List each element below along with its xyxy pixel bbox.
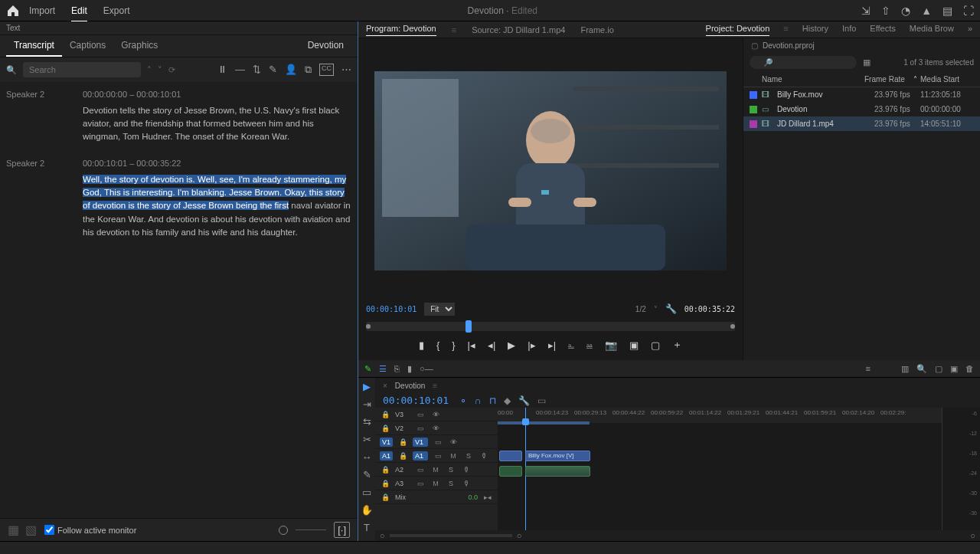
- mark-out-bracket[interactable]: }: [452, 339, 455, 351]
- linked-sel-icon[interactable]: ∩: [475, 395, 482, 406]
- tl-zoom-in[interactable]: ○: [517, 531, 522, 540]
- type-tool-icon[interactable]: T: [364, 522, 370, 533]
- razor-tool-icon[interactable]: ✂: [363, 434, 371, 445]
- slip-tool-icon[interactable]: ↔: [362, 451, 372, 463]
- info-tab[interactable]: Info: [842, 24, 856, 36]
- settings-icon[interactable]: 🔧: [518, 395, 530, 406]
- bin-view-icon[interactable]: ▥: [901, 364, 909, 374]
- go-out-icon[interactable]: ▸|: [548, 339, 556, 351]
- selection-tool-icon[interactable]: ▶: [363, 381, 371, 392]
- clip-video[interactable]: Billy Fox.mov [V]: [525, 451, 590, 461]
- project-search[interactable]: [750, 56, 857, 69]
- timeline-close-icon[interactable]: ×: [383, 382, 387, 390]
- merge-icon[interactable]: ⧉: [305, 64, 312, 76]
- program-scrubber[interactable]: [366, 322, 735, 331]
- chat-icon[interactable]: ▤: [942, 5, 952, 17]
- timeline-canvas[interactable]: 00:00 00:00:14:23 00:00:29:13 00:00:44:2…: [498, 408, 942, 530]
- ripple-tool-icon[interactable]: ⇆: [363, 416, 371, 428]
- add-marker-icon[interactable]: ◆: [504, 395, 511, 406]
- extract-icon[interactable]: ⎂: [586, 339, 593, 351]
- filter-icon[interactable]: —: [235, 64, 245, 76]
- col-framerate[interactable]: Frame Rate: [864, 75, 910, 84]
- cc-toggle-icon[interactable]: ▭: [537, 395, 546, 406]
- pen-tool-icon[interactable]: ✎: [364, 364, 371, 374]
- zoom-slider[interactable]: [279, 526, 288, 535]
- segment-timecode[interactable]: 00:00:10:01 – 00:00:35:22: [83, 157, 351, 170]
- follow-monitor-checkbox[interactable]: Follow active monitor: [44, 525, 136, 535]
- quick-export-icon[interactable]: ⇲: [861, 5, 871, 17]
- clip-audio[interactable]: [525, 466, 590, 477]
- cc-icon[interactable]: CC: [319, 64, 334, 76]
- view-toggle-2[interactable]: ▧: [25, 523, 37, 537]
- project-row[interactable]: 🎞 JD Dillard 1.mp4 23.976 fps 14:05:51:1…: [743, 116, 980, 131]
- clip-audio[interactable]: [499, 466, 522, 477]
- segment-text[interactable]: Devotion tells the story of Jesse Brown,…: [83, 106, 339, 142]
- step-back-icon[interactable]: ◂|: [488, 339, 495, 351]
- more-icon[interactable]: ⋯: [341, 64, 351, 76]
- track-select-tool-icon[interactable]: ⇥: [363, 398, 371, 410]
- program-tc-in[interactable]: 00:00:10:01: [366, 305, 416, 313]
- effects-tab[interactable]: Effects: [870, 24, 895, 36]
- expand-icon[interactable]: [·]: [334, 522, 350, 538]
- col-name[interactable]: Name: [762, 75, 864, 84]
- search-refresh[interactable]: ⟳: [168, 65, 175, 75]
- speaker-label[interactable]: Speaker 2: [6, 88, 83, 143]
- search-icon[interactable]: 🔍: [6, 65, 17, 75]
- tl-v-zoom[interactable]: ○: [970, 531, 975, 540]
- share-icon[interactable]: ⇧: [881, 5, 890, 17]
- export-frame-icon[interactable]: 📷: [605, 339, 617, 351]
- search-prev[interactable]: ˄: [147, 65, 152, 75]
- go-in-icon[interactable]: |◂: [468, 339, 475, 351]
- rect-tool-icon[interactable]: ▭: [362, 487, 371, 498]
- segment-text[interactable]: Well, the story of devotion is. Well, se…: [83, 175, 351, 237]
- hand-tool-icon[interactable]: ✋: [361, 504, 373, 516]
- snap-icon[interactable]: ⚬: [459, 395, 467, 406]
- mark-in-icon[interactable]: ▮: [419, 339, 424, 351]
- tab-graphics[interactable]: Graphics: [113, 35, 165, 57]
- edit-icon[interactable]: ✎: [269, 64, 277, 76]
- transcript-sequence[interactable]: Devotion: [300, 35, 351, 57]
- pause-dication-icon[interactable]: ⏸: [217, 64, 227, 76]
- project-tab[interactable]: Project: Devotion: [706, 24, 770, 36]
- wrap-icon[interactable]: ○—: [420, 364, 433, 373]
- search-bin-icon[interactable]: 🔍: [916, 364, 927, 374]
- tab-captions[interactable]: Captions: [62, 35, 113, 57]
- fit-select[interactable]: Fit: [424, 303, 455, 316]
- project-row[interactable]: 🎞 Billy Fox.mov 23.976 fps 11:23:05:18: [743, 87, 980, 102]
- mode-export[interactable]: Export: [103, 5, 130, 16]
- workspace-icon[interactable]: ▲: [921, 5, 932, 17]
- program-tc-out[interactable]: 00:00:35:22: [684, 305, 735, 313]
- progress-icon[interactable]: ◔: [901, 5, 910, 17]
- home-icon[interactable]: [6, 4, 20, 18]
- view-toggle-1[interactable]: ▦: [8, 523, 19, 537]
- segment-timecode[interactable]: 00:00:00:00 – 00:00:10:01: [83, 88, 351, 101]
- marker-span-icon[interactable]: ⊓: [489, 395, 496, 406]
- fullscreen-icon[interactable]: ⛶: [963, 5, 974, 17]
- new-bin-icon[interactable]: ▣: [950, 364, 958, 374]
- col-mediastart[interactable]: Media Start: [920, 75, 974, 84]
- settings-list-icon[interactable]: ≡: [866, 364, 871, 374]
- mode-edit[interactable]: Edit: [71, 5, 87, 22]
- program-monitor[interactable]: [366, 43, 735, 299]
- timeline-timecode[interactable]: 00:00:10:01: [383, 395, 449, 406]
- list-icon[interactable]: ☰: [379, 364, 387, 374]
- tab-transcript[interactable]: Transcript: [6, 35, 62, 57]
- project-row[interactable]: ▭ Devotion 23.976 fps 00:00:00:00: [743, 102, 980, 116]
- program-tab[interactable]: Program: Devotion: [366, 24, 436, 36]
- marker-icon[interactable]: ▮: [407, 364, 412, 374]
- source-tab[interactable]: Source: JD Dillard 1.mp4: [472, 25, 565, 34]
- settings-icon[interactable]: 🔧: [665, 303, 677, 314]
- new-item-icon[interactable]: ▢: [935, 364, 942, 374]
- add-button-icon[interactable]: ＋: [672, 338, 682, 352]
- text-panel-tab[interactable]: Text: [0, 21, 358, 35]
- panel-overflow-icon[interactable]: »: [968, 24, 972, 36]
- safe-margin-icon[interactable]: ▢: [651, 339, 660, 351]
- search-input[interactable]: [23, 62, 141, 77]
- sort-icon[interactable]: ⇅: [253, 64, 261, 76]
- clip-video[interactable]: [499, 451, 522, 461]
- camera-select[interactable]: 1/2: [635, 305, 646, 313]
- history-tab[interactable]: History: [802, 24, 828, 36]
- speaker-icon[interactable]: 👤: [285, 64, 297, 76]
- search-next[interactable]: ˅: [158, 65, 162, 75]
- link-icon[interactable]: ⎘: [394, 364, 400, 373]
